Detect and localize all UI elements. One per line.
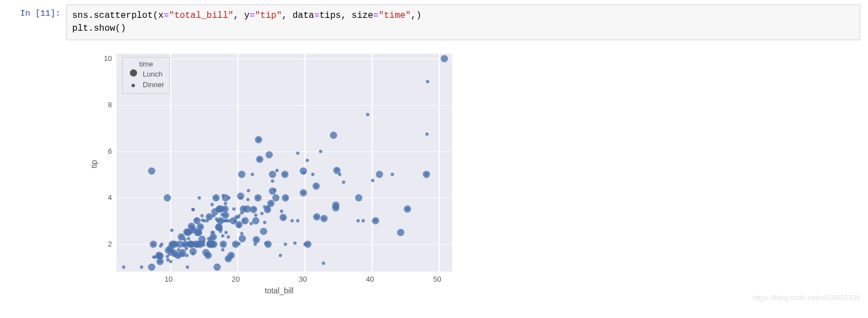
data-point xyxy=(279,254,282,257)
data-point xyxy=(272,194,279,201)
data-point xyxy=(425,132,429,136)
data-point xyxy=(222,243,225,246)
data-point xyxy=(212,243,215,246)
data-point xyxy=(227,219,231,222)
data-point xyxy=(187,237,190,240)
data-point xyxy=(256,196,260,200)
data-point xyxy=(189,243,192,246)
data-point xyxy=(271,179,274,183)
y-tick-label: 10 xyxy=(104,54,112,63)
data-point xyxy=(233,219,237,222)
data-point xyxy=(254,213,257,217)
data-point xyxy=(148,167,156,174)
data-point xyxy=(266,208,269,211)
data-point xyxy=(303,243,307,246)
x-gridline xyxy=(237,54,238,272)
data-point xyxy=(242,207,246,211)
data-point xyxy=(202,240,205,244)
data-point xyxy=(234,243,237,246)
data-point xyxy=(290,219,294,222)
data-point xyxy=(207,254,210,257)
data-point xyxy=(159,244,162,248)
data-point xyxy=(191,208,195,211)
data-point xyxy=(273,188,276,192)
data-point xyxy=(227,257,230,260)
code-input[interactable]: sns.scatterplot(x="total_bill", y="tip",… xyxy=(66,4,860,40)
data-point xyxy=(227,235,230,239)
data-point xyxy=(236,216,240,219)
data-point xyxy=(247,189,250,192)
data-point xyxy=(334,203,337,207)
data-point xyxy=(197,231,200,234)
data-point xyxy=(335,168,339,172)
data-point xyxy=(183,238,186,241)
prompt-suffix: ]: xyxy=(50,9,60,18)
data-point xyxy=(315,215,318,219)
x-tick-label: 20 xyxy=(232,275,240,283)
data-point xyxy=(311,173,315,176)
data-point xyxy=(242,219,246,222)
data-point xyxy=(157,254,161,257)
data-point xyxy=(213,263,220,270)
data-point xyxy=(224,213,227,217)
data-point xyxy=(426,80,429,83)
data-point xyxy=(252,217,260,225)
watermark-text: https://blog.csdn.net/u010916338 xyxy=(753,293,860,302)
data-point xyxy=(260,212,264,215)
data-point xyxy=(425,173,428,176)
data-point xyxy=(212,235,215,239)
legend-entry: Lunch xyxy=(128,69,164,79)
x-tick-label: 30 xyxy=(299,275,307,283)
data-point xyxy=(221,248,224,251)
data-point xyxy=(229,254,233,257)
data-point xyxy=(246,198,250,201)
legend-label: Dinner xyxy=(143,80,164,90)
x-axis-label: total_bill xyxy=(265,286,293,295)
data-point xyxy=(223,207,227,211)
data-point xyxy=(263,205,266,208)
data-point xyxy=(186,265,189,269)
data-point xyxy=(374,219,377,222)
data-point xyxy=(237,223,241,226)
y-axis-label: tip xyxy=(90,160,98,169)
data-point xyxy=(260,227,268,235)
data-point xyxy=(224,231,228,234)
x-gridline xyxy=(170,54,171,272)
data-point xyxy=(169,243,172,246)
x-tick-label: 40 xyxy=(366,275,374,283)
data-point xyxy=(140,265,143,269)
chart-legend: timeLunchDinner xyxy=(122,57,170,93)
data-point xyxy=(169,260,172,263)
data-point xyxy=(170,229,173,232)
y-gridline xyxy=(116,151,452,153)
data-point xyxy=(205,219,209,222)
data-point xyxy=(355,194,362,201)
data-point xyxy=(222,194,225,197)
data-point xyxy=(164,194,171,201)
legend-marker-icon xyxy=(130,69,137,77)
data-point xyxy=(191,252,195,255)
data-point xyxy=(221,234,224,238)
y-tick-label: 4 xyxy=(108,193,112,202)
data-point xyxy=(202,243,205,246)
data-point xyxy=(251,173,254,176)
data-point xyxy=(167,249,170,252)
data-point xyxy=(227,196,231,200)
data-point xyxy=(342,181,345,184)
data-point xyxy=(258,158,261,161)
data-point xyxy=(177,248,180,251)
data-point xyxy=(356,219,360,222)
data-point xyxy=(214,196,218,200)
data-point xyxy=(219,219,222,222)
data-point xyxy=(240,232,243,235)
data-point xyxy=(263,221,266,224)
data-point xyxy=(186,231,190,234)
legend-title: time xyxy=(128,60,164,68)
data-point xyxy=(255,238,258,241)
data-point xyxy=(122,265,125,269)
legend-marker-icon xyxy=(132,84,135,87)
data-point xyxy=(239,235,246,242)
data-point xyxy=(362,219,365,222)
data-point xyxy=(397,229,404,236)
data-point xyxy=(264,241,268,245)
